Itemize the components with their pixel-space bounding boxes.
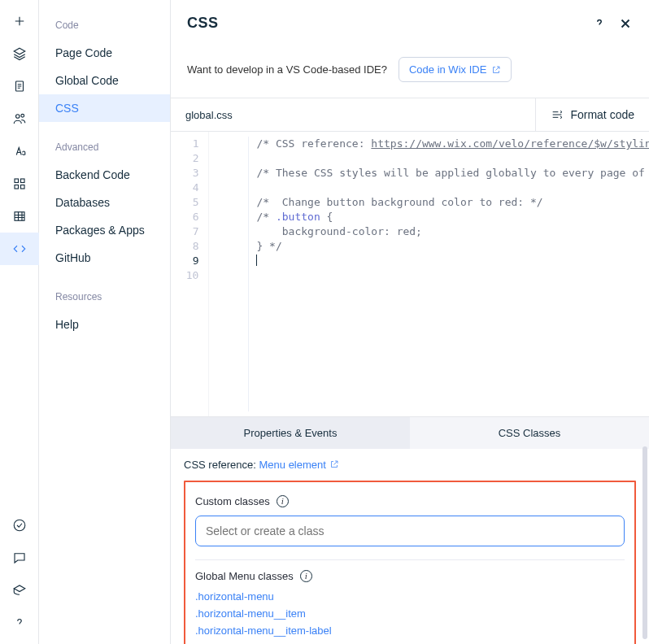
help-icon[interactable] [592,16,607,31]
svg-rect-6 [20,185,24,189]
svg-point-8 [14,520,25,531]
open-wix-ide-button[interactable]: Code in Wix IDE [399,57,512,82]
custom-class-input[interactable] [195,516,625,546]
sidebar-item-backend[interactable]: Backend Code [39,161,170,189]
filename: global.css [171,99,535,131]
scrollbar[interactable] [642,446,647,639]
rail-people-icon[interactable] [0,102,39,135]
sidebar-heading-resources: Resources [39,286,170,311]
rail-chat-icon[interactable] [0,542,39,574]
custom-classes-label: Custom classes [195,495,270,507]
rail-table-icon[interactable] [0,200,39,233]
external-link-icon [491,65,501,75]
rail-learn-icon[interactable] [0,574,39,607]
svg-rect-4 [20,179,24,183]
sidebar-item-packages[interactable]: Packages & Apps [39,216,170,244]
rail-add-icon[interactable] [0,5,39,37]
format-code-button[interactable]: Format code [535,98,649,131]
code-editor[interactable]: 12345678910 /* CSS reference: https://ww… [171,132,649,416]
sidebar-heading-advanced: Advanced [39,137,170,161]
sidebar-item-global-code[interactable]: Global Code [39,67,170,94]
bottom-panel: Properties & Events CSS Classes CSS refe… [171,416,649,644]
sidebar-item-databases[interactable]: Databases [39,189,170,216]
info-icon[interactable]: i [277,495,289,507]
gutter: 12345678910 [171,132,208,416]
rail-page-icon[interactable] [0,70,39,102]
global-classes-label: Global Menu classes [195,570,294,582]
svg-rect-5 [15,185,19,189]
ide-prompt-text: Want to develop in a VS Code-based IDE? [187,63,387,76]
sidebar-heading-code: Code [39,15,170,39]
info-icon[interactable]: i [300,570,312,582]
css-reference-label: CSS reference: [184,459,256,471]
css-reference-link[interactable]: Menu element [259,459,339,471]
tab-properties-events[interactable]: Properties & Events [171,417,410,449]
global-class-link[interactable]: .horizontal-menu [195,590,625,603]
sidebar-item-page-code[interactable]: Page Code [39,39,170,67]
format-icon [551,108,564,121]
global-class-link[interactable]: .horizontal-menu__item [195,607,625,620]
svg-rect-3 [15,179,19,183]
rail-check-icon[interactable] [0,509,39,542]
rail-help-icon[interactable] [0,607,39,639]
rail-code-icon[interactable] [0,233,39,265]
classes-highlight-box: Custom classes i Global Menu classes i .… [184,481,636,644]
svg-point-2 [20,114,24,117]
svg-rect-7 [15,212,24,221]
icon-rail [0,0,39,644]
global-class-link[interactable]: .horizontal-menu__item-label [195,624,625,637]
global-class-list: .horizontal-menu .horizontal-menu__item … [195,590,625,644]
sidebar: Code Page Code Global Code CSS Advanced … [39,0,171,644]
sidebar-item-css[interactable]: CSS [39,94,170,122]
svg-point-1 [15,115,20,119]
main: CSS Want to develop in a VS Code-based I… [171,0,649,644]
close-icon[interactable] [618,16,633,31]
external-link-icon [329,459,339,469]
rail-apps-icon[interactable] [0,168,39,200]
rail-text-icon[interactable] [0,135,39,168]
rail-layers-icon[interactable] [0,37,39,70]
page-title: CSS [187,15,592,32]
code-area[interactable]: /* CSS reference: https://www.wix.com/ve… [208,132,649,416]
sidebar-item-help[interactable]: Help [39,311,170,338]
open-wix-ide-label: Code in Wix IDE [409,63,486,76]
code-ref-link[interactable]: https://www.wix.com/velo/reference/$w/st… [371,137,649,150]
tab-css-classes[interactable]: CSS Classes [410,417,649,449]
sidebar-item-github[interactable]: GitHub [39,244,170,272]
format-code-label: Format code [570,108,634,121]
